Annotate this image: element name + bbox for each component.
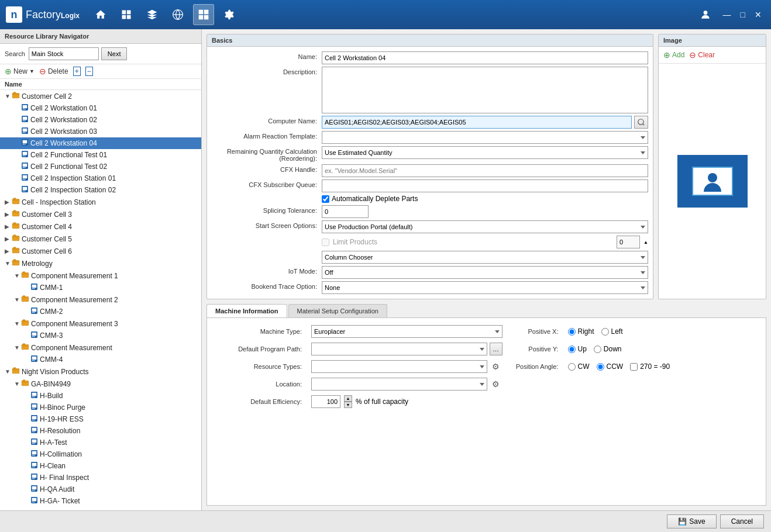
tree-item-h-a-test[interactable]: H-A-Test	[0, 437, 201, 448]
tree-item-cell2-ws01[interactable]: Cell 2 Workstation 01	[0, 102, 201, 114]
win-minimize-btn[interactable]: —	[720, 9, 735, 20]
efficiency-input[interactable]	[311, 395, 340, 408]
nav-layers-icon[interactable]	[142, 4, 163, 25]
tree-item-cmm-3[interactable]: CMM-3	[0, 330, 201, 341]
nav-grid-icon[interactable]	[116, 4, 137, 25]
image-clear-btn[interactable]: ⊖ Clear	[689, 50, 715, 60]
machine-type-select[interactable]: Europlacer	[311, 325, 502, 338]
tab-material-setup[interactable]: Material Setup Configuration	[288, 304, 387, 317]
limit-products-checkbox[interactable]	[322, 239, 329, 246]
cfx-queue-input[interactable]	[322, 179, 648, 192]
expand-all-button[interactable]: +	[73, 67, 81, 76]
tree-item-h-resolution[interactable]: H-Resolution	[0, 425, 201, 437]
new-dropdown-icon[interactable]: ▼	[29, 68, 35, 74]
tree-item-ga-bin4949[interactable]: ▼GA-BIN4949	[0, 378, 201, 390]
new-button[interactable]: ⊕ New ▼	[5, 67, 35, 76]
collapse-all-button[interactable]: −	[85, 67, 93, 76]
browse-button[interactable]: …	[490, 343, 502, 355]
tree-item-metrology[interactable]: ▼Metrology	[0, 257, 201, 270]
tree-item-h-final-inspect[interactable]: H- Final Inspect	[0, 472, 201, 483]
save-button[interactable]: 💾 Save	[667, 514, 716, 528]
tree-item-h-collimation[interactable]: H-Collimation	[0, 448, 201, 460]
efficiency-up-btn[interactable]: ▲	[344, 395, 352, 402]
cfx-handle-input[interactable]	[322, 164, 648, 177]
nav-home-icon[interactable]	[90, 4, 111, 25]
position-270-checkbox[interactable]	[630, 363, 638, 371]
splicing-input[interactable]	[322, 205, 369, 218]
iot-select[interactable]: Off On	[322, 266, 648, 279]
limit-products-value[interactable]	[617, 236, 640, 248]
tree-toggle-comp-meas-3[interactable]: ▼	[14, 320, 21, 327]
resource-types-gear-btn[interactable]: ⚙	[490, 360, 502, 373]
tree-item-comp-meas-2[interactable]: ▼Component Measurement 2	[0, 293, 201, 306]
tree-item-cell2-ft01[interactable]: Cell 2 Functional Test 01	[0, 149, 201, 161]
tab-machine-info[interactable]: Machine Information	[206, 304, 287, 317]
tree-item-comp-meas-1[interactable]: ▼Component Measurement 1	[0, 270, 201, 282]
computer-name-input[interactable]	[322, 116, 632, 129]
tree-item-cell2-ws04[interactable]: Cell 2 Workstation 04	[0, 137, 201, 149]
image-add-btn[interactable]: ⊕ Add	[663, 50, 684, 60]
default-program-input[interactable]	[311, 343, 487, 355]
nav-settings-icon[interactable]	[219, 4, 240, 25]
win-close-btn[interactable]: ✕	[751, 9, 765, 20]
tree-toggle-night-vision[interactable]: ▼	[5, 368, 12, 375]
tree-container[interactable]: ▼Customer Cell 2Cell 2 Workstation 01Cel…	[0, 90, 201, 510]
tree-item-cell2-ft02[interactable]: Cell 2 Functional Test 02	[0, 161, 201, 172]
tree-item-cmm-2[interactable]: CMM-2	[0, 306, 201, 317]
alarm-select[interactable]	[322, 131, 648, 144]
tree-item-h-ga-ticket[interactable]: H-GA- Ticket	[0, 495, 201, 507]
win-maximize-btn[interactable]: □	[737, 9, 749, 20]
tree-item-night-vision[interactable]: ▼Night Vision Products	[0, 365, 201, 378]
positive-y-up-radio[interactable]	[568, 346, 576, 353]
description-textarea[interactable]	[322, 67, 648, 113]
tree-item-h-build[interactable]: H-Build	[0, 390, 201, 402]
tree-item-cmm-1[interactable]: CMM-1	[0, 282, 201, 293]
positive-x-left-radio[interactable]	[601, 328, 609, 336]
bookend-select[interactable]: None Start End Both	[322, 281, 648, 294]
location-gear-btn[interactable]: ⚙	[490, 378, 502, 391]
tree-item-cell2-ws02[interactable]: Cell 2 Workstation 02	[0, 114, 201, 126]
tree-item-comp-meas-4[interactable]: ▼Component Measurement	[0, 341, 201, 354]
tree-item-cell-is[interactable]: ▶Cell - Inspection Station	[0, 196, 201, 208]
tree-item-customer-cell-3[interactable]: ▶Customer Cell 3	[0, 208, 201, 220]
efficiency-down-btn[interactable]: ▼	[344, 402, 352, 408]
delete-button[interactable]: ⊖ Delete	[39, 67, 68, 76]
nav-globe-icon[interactable]	[167, 4, 188, 25]
nav-dashboard-icon[interactable]	[193, 4, 214, 25]
resource-types-select[interactable]	[311, 360, 487, 373]
tree-toggle-cell-is[interactable]: ▶	[5, 199, 12, 205]
tree-toggle-comp-meas-4[interactable]: ▼	[14, 344, 21, 351]
auto-deplete-checkbox[interactable]	[322, 195, 329, 203]
tree-toggle-ga-bin4949[interactable]: ▼	[14, 381, 21, 387]
tree-item-customer-cell-6[interactable]: ▶Customer Cell 6	[0, 245, 201, 257]
search-input[interactable]	[29, 47, 99, 60]
tree-toggle-customer-cell-5[interactable]: ▶	[5, 236, 12, 242]
limit-spinner-up[interactable]: ▲	[643, 240, 648, 245]
tree-toggle-customer-cell-4[interactable]: ▶	[5, 223, 12, 230]
tree-toggle-comp-meas-1[interactable]: ▼	[14, 272, 21, 279]
positive-x-right-radio[interactable]	[568, 328, 576, 336]
tree-item-h-19-hr-ess[interactable]: H-19-HR ESS	[0, 413, 201, 425]
tree-item-customer-cell-2[interactable]: ▼Customer Cell 2	[0, 90, 201, 102]
computer-name-search-btn[interactable]	[634, 116, 648, 129]
tree-toggle-customer-cell-6[interactable]: ▶	[5, 248, 12, 254]
tree-item-comp-meas-3[interactable]: ▼Component Measurement 3	[0, 317, 201, 330]
tree-item-h-binoc-purge[interactable]: H-Binoc Purge	[0, 402, 201, 413]
location-select[interactable]	[311, 378, 487, 391]
name-input[interactable]	[322, 51, 648, 64]
next-button[interactable]: Next	[101, 47, 128, 60]
cancel-button[interactable]: Cancel	[720, 514, 764, 528]
tree-toggle-customer-cell-3[interactable]: ▶	[5, 211, 12, 217]
tree-toggle-metrology[interactable]: ▼	[5, 260, 12, 267]
tree-toggle-comp-meas-2[interactable]: ▼	[14, 296, 21, 303]
position-cw-radio[interactable]	[568, 363, 576, 371]
tree-item-cell2-is02[interactable]: Cell 2 Inspection Station 02	[0, 184, 201, 196]
column-chooser-select[interactable]: Column Chooser	[322, 251, 648, 264]
tree-item-customer-cell-5[interactable]: ▶Customer Cell 5	[0, 233, 201, 245]
tree-item-h-qa-audit[interactable]: H-QA Audit	[0, 483, 201, 495]
tree-item-cell2-is01[interactable]: Cell 2 Inspection Station 01	[0, 172, 201, 184]
quantity-select[interactable]: Use Estimated Quantity	[322, 146, 648, 159]
position-ccw-radio[interactable]	[597, 363, 604, 371]
tree-toggle-customer-cell-2[interactable]: ▼	[5, 93, 12, 99]
positive-y-down-radio[interactable]	[594, 346, 601, 353]
